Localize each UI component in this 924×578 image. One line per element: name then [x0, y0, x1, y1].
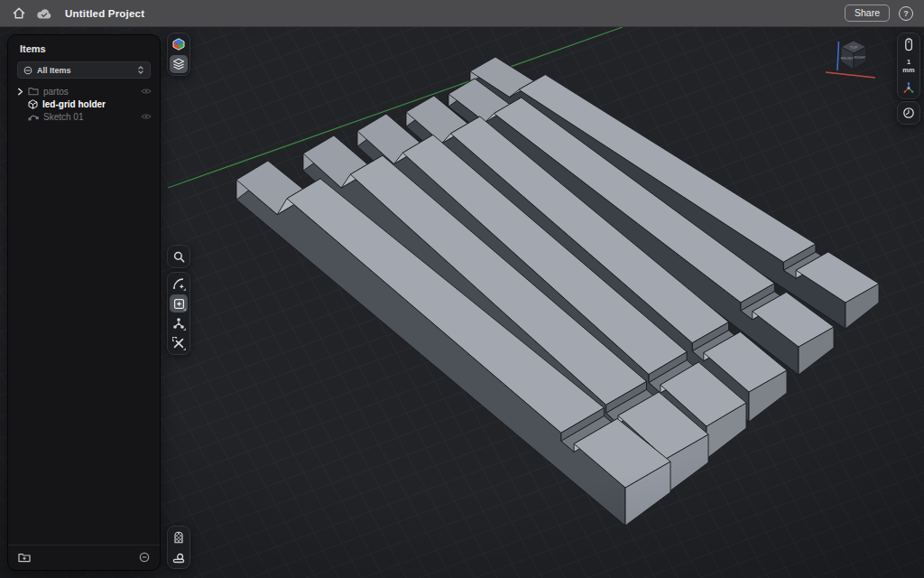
flyout-corner	[183, 348, 186, 350]
search-toolbar	[167, 245, 190, 268]
history-button[interactable]	[900, 104, 918, 122]
folder-icon	[28, 87, 39, 96]
cloud-check-icon	[36, 7, 52, 20]
sketch-icon	[28, 112, 39, 121]
items-panel-title: Items	[8, 35, 160, 61]
top-bar: Untitled Project Share ?	[0, 0, 924, 27]
minus-circle-icon	[139, 552, 150, 563]
units-label: mm	[902, 67, 914, 74]
new-folder-button[interactable]	[18, 550, 31, 566]
view-style-toolbar	[167, 33, 190, 76]
axes-gizmo-icon	[902, 81, 915, 94]
visualization-toolbar	[167, 526, 190, 569]
mouse-icon	[903, 38, 914, 51]
share-button[interactable]: Share	[845, 5, 890, 22]
search-button[interactable]	[170, 247, 188, 266]
remove-item-button[interactable]	[139, 550, 150, 566]
layers-icon	[172, 58, 185, 70]
body-cube-icon	[28, 99, 38, 109]
tree-item-label: partos	[43, 87, 69, 97]
mesh-cylinder-icon	[173, 531, 184, 544]
viewport-settings-toolbar: 1 mm	[897, 33, 920, 99]
view-cube-right-label[interactable]: RIGHT	[855, 55, 866, 60]
orientation-cube-icon	[172, 38, 185, 51]
view-cube-front-label[interactable]: FRONT	[841, 56, 854, 61]
tree-item-label: Sketch 01	[43, 112, 83, 122]
modify-tools-button[interactable]	[170, 334, 188, 352]
flyout-corner	[183, 308, 186, 311]
history-toolbar	[897, 101, 920, 125]
cloud-sync-button[interactable]	[36, 5, 52, 22]
flyout-corner	[183, 288, 186, 291]
view-cube[interactable]: TOP FRONT RIGHT	[823, 34, 881, 85]
items-filter-dropdown[interactable]: All Items	[17, 61, 151, 79]
visibility-eye-icon[interactable]	[141, 87, 152, 97]
filament-roller-icon	[172, 552, 185, 564]
units-button[interactable]: 1 mm	[900, 55, 918, 77]
mouse-settings-button[interactable]	[900, 35, 918, 53]
filament-tool-button[interactable]	[170, 548, 188, 566]
items-filter-label: All Items	[37, 66, 71, 75]
home-icon	[12, 6, 26, 20]
z-axis-line	[837, 42, 839, 70]
units-value: 1	[907, 59, 910, 66]
layers-view-button[interactable]	[170, 55, 188, 73]
flyout-corner	[183, 328, 186, 331]
sketch-tool-button[interactable]	[170, 275, 188, 293]
filter-icon	[23, 66, 32, 75]
project-title[interactable]: Untitled Project	[65, 8, 144, 19]
chevron-updown-icon	[137, 65, 144, 75]
home-button[interactable]	[11, 5, 27, 22]
help-button[interactable]: ?	[899, 6, 913, 21]
new-folder-icon	[18, 553, 31, 563]
items-tree: partos led-grid holder	[8, 85, 160, 123]
view-cube-body[interactable]: TOP FRONT RIGHT	[841, 41, 866, 70]
app-window: Untitled Project Share ? Items All Items	[0, 0, 924, 578]
add-shape-tool-button[interactable]	[170, 294, 188, 312]
axes-settings-button[interactable]	[900, 79, 918, 97]
search-icon	[173, 251, 185, 263]
items-panel-footer	[8, 545, 160, 570]
assembly-tool-button[interactable]	[170, 314, 188, 332]
tree-item-label: led-grid holder	[42, 99, 106, 109]
history-clock-icon	[902, 107, 915, 119]
tree-item-sketch-01[interactable]: Sketch 01	[8, 110, 160, 123]
x-axis-line	[826, 72, 875, 78]
orientation-view-button[interactable]	[170, 35, 188, 53]
items-panel: Items All Items partos	[7, 34, 161, 571]
modeling-toolbar	[167, 272, 190, 355]
expand-chevron-icon[interactable]	[17, 88, 23, 96]
tree-item-led-grid-holder[interactable]: led-grid holder	[8, 98, 160, 110]
tree-item-partos[interactable]: partos	[8, 85, 160, 98]
view-cube-top-label[interactable]: TOP	[850, 45, 857, 50]
mesh-tool-button[interactable]	[170, 528, 188, 546]
visibility-eye-icon[interactable]	[141, 112, 152, 122]
